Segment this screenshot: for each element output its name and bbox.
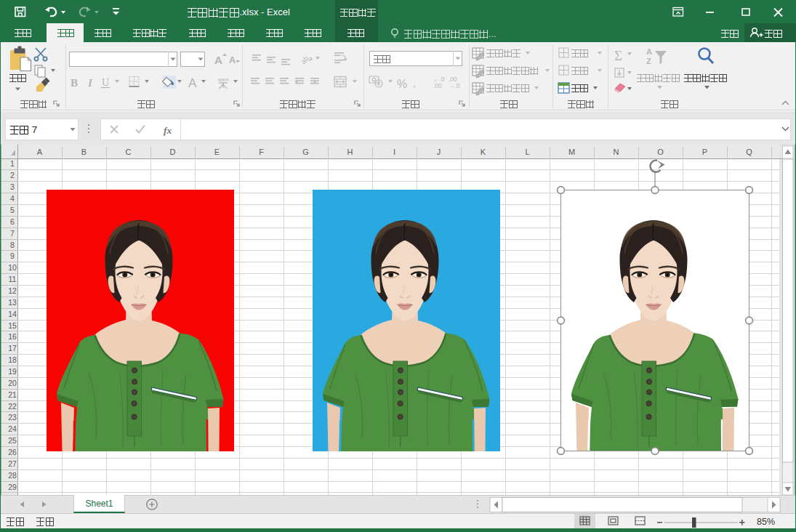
svg-text:28: 28 xyxy=(8,471,17,480)
svg-text:G: G xyxy=(302,148,309,156)
svg-text:14: 14 xyxy=(8,310,17,318)
svg-text:1: 1 xyxy=(10,159,15,168)
svg-text:H: H xyxy=(347,148,353,156)
svg-text:27: 27 xyxy=(8,459,17,468)
svg-text:I: I xyxy=(393,148,395,156)
svg-text:18: 18 xyxy=(8,355,17,364)
svg-text:Q: Q xyxy=(746,148,752,156)
svg-text:4: 4 xyxy=(10,194,15,203)
svg-text:20: 20 xyxy=(8,379,17,387)
svg-text:22: 22 xyxy=(8,402,17,411)
svg-text:P: P xyxy=(702,148,707,156)
svg-text:6: 6 xyxy=(10,217,15,226)
svg-text:N: N xyxy=(614,148,619,156)
svg-text:3: 3 xyxy=(10,182,15,191)
svg-text:29: 29 xyxy=(8,483,17,491)
svg-text:23: 23 xyxy=(8,413,17,422)
svg-text:E: E xyxy=(214,148,220,156)
svg-text:10: 10 xyxy=(8,263,17,272)
svg-text:D: D xyxy=(170,148,176,156)
svg-text:B: B xyxy=(81,148,87,156)
svg-text:15: 15 xyxy=(8,321,17,330)
svg-text:25: 25 xyxy=(8,436,17,445)
svg-text:24: 24 xyxy=(8,424,17,433)
svg-text:M: M xyxy=(568,148,575,156)
svg-text:O: O xyxy=(657,148,664,156)
svg-text:A: A xyxy=(37,148,43,156)
svg-text:26: 26 xyxy=(8,448,17,456)
svg-text:2: 2 xyxy=(10,171,15,180)
svg-text:13: 13 xyxy=(8,298,17,307)
svg-text:K: K xyxy=(481,148,486,156)
svg-text:17: 17 xyxy=(8,344,17,352)
svg-text:5: 5 xyxy=(10,206,15,214)
svg-text:21: 21 xyxy=(8,390,17,399)
svg-text:16: 16 xyxy=(8,332,17,341)
svg-text:F: F xyxy=(259,148,264,156)
svg-text:11: 11 xyxy=(9,275,17,283)
svg-text:19: 19 xyxy=(8,367,17,376)
svg-text:7: 7 xyxy=(10,229,15,238)
svg-text:9: 9 xyxy=(10,251,15,260)
svg-text:12: 12 xyxy=(8,286,17,295)
svg-text:L: L xyxy=(525,148,529,156)
svg-text:8: 8 xyxy=(10,241,15,249)
svg-text:J: J xyxy=(437,148,441,156)
svg-text:C: C xyxy=(126,148,132,156)
